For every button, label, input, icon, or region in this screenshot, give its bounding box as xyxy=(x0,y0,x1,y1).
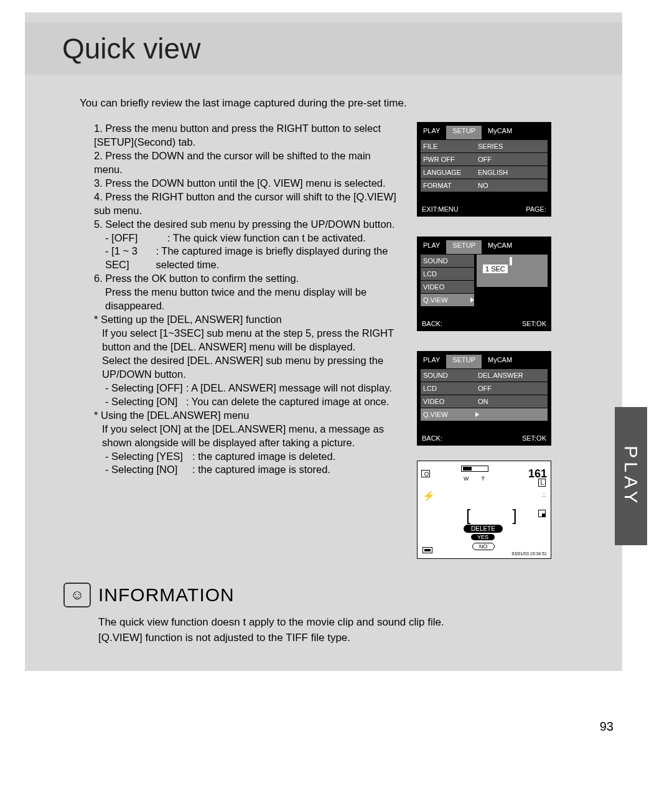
lcd-set-label: SET:OK xyxy=(522,320,546,327)
section-tab-play: PLAY xyxy=(615,407,647,545)
step-4: 4. Press the RIGHT button and the cursor… xyxy=(94,190,399,218)
menu-delanswer: DEL.ANSWER xyxy=(473,372,523,379)
lcd-back-label: BACK: xyxy=(422,320,442,327)
step-5: 5. Select the desired sub menu by pressi… xyxy=(94,218,399,232)
menu-video: VIDEO xyxy=(421,283,473,291)
camera-icon xyxy=(421,470,430,477)
qview-value: 1 SEC xyxy=(483,265,508,273)
lcd-page-label: PAGE: xyxy=(526,205,546,213)
step-5-sec-desc: : The captured image is briefly displaye… xyxy=(156,245,399,272)
step-6: 6. Press the OK button to confirm the se… xyxy=(94,272,399,286)
menu-format: FORMAT xyxy=(421,182,473,189)
note-on-label: - Selecting [ON] xyxy=(105,395,186,409)
step-2: 2. Press the DOWN and the cursor will be… xyxy=(94,149,399,177)
information-section: ☺ INFORMATION The quick view function do… xyxy=(63,583,574,645)
tab-mycam: MyCAM xyxy=(482,240,518,254)
menu-file-value: SERIES xyxy=(473,143,503,150)
menu-delanswer-on: ON xyxy=(473,398,488,405)
tab-mycam: MyCAM xyxy=(482,126,518,139)
flash-icon: ⚡ xyxy=(422,490,435,502)
page-header: Quick view xyxy=(25,22,622,75)
lcd-screenshot-qview: PLAY SETUP MyCAM SOUND LCD VIDEO Q.VIEW … xyxy=(417,237,551,331)
note-using-heading: * Using the [DEL.ANSWER] menu xyxy=(94,409,399,423)
note-no-label: - Selecting [NO] xyxy=(105,463,192,477)
lcd-exit-label: EXIT:MENU xyxy=(422,205,459,213)
note-del-answer-body-2: Select the desired [DEL. ANSWER] sub men… xyxy=(94,354,399,382)
zoom-w-label: W xyxy=(464,476,482,482)
delete-label: DELETE xyxy=(464,525,503,533)
menu-lcd: LCD xyxy=(421,385,473,392)
menu-qview: Q.VIEW xyxy=(421,411,473,418)
menu-qview: Q.VIEW xyxy=(421,296,468,304)
note-del-answer-body-1: If you select [1~3SEC] sub menu at the s… xyxy=(94,327,399,354)
quality-icon: ∴ xyxy=(542,492,546,499)
instruction-list: 1. Press the menu button and press the R… xyxy=(94,122,399,477)
delete-no: NO xyxy=(472,543,495,550)
step-3: 3. Press the DOWN button until the [Q. V… xyxy=(94,177,399,190)
menu-lcd: LCD xyxy=(421,270,473,278)
lcd-back-label: BACK: xyxy=(422,434,442,442)
arrow-right-icon xyxy=(470,298,474,302)
note-no-desc: : the captured image is stored. xyxy=(192,463,330,477)
menu-file: FILE xyxy=(421,143,473,150)
tab-play: PLAY xyxy=(417,355,446,368)
arrow-right-icon xyxy=(475,412,479,417)
menu-pwroff: PWR OFF xyxy=(421,156,473,163)
page-number: 93 xyxy=(600,719,614,734)
note-using-body: If you select [ON] at the [DEL.ANSWER] m… xyxy=(94,423,399,450)
information-icon: ☺ xyxy=(63,583,91,607)
information-heading: INFORMATION xyxy=(98,584,235,606)
step-5-off-desc: : The quick view function can t be activ… xyxy=(167,232,366,245)
battery-icon xyxy=(422,547,432,553)
tab-play: PLAY xyxy=(417,126,446,139)
lcd-screenshot-setup: PLAY SETUP MyCAM FILESERIES PWR OFFOFF L… xyxy=(417,122,551,217)
lcd-set-label: SET:OK xyxy=(522,434,546,442)
tab-setup: SETUP xyxy=(446,240,482,254)
delete-yes: YES xyxy=(471,534,495,540)
page-title: Quick view xyxy=(62,32,200,65)
tab-setup: SETUP xyxy=(446,355,482,368)
menu-delanswer-off: OFF xyxy=(473,385,492,392)
menu-language-value: ENGLISH xyxy=(473,169,508,176)
note-del-answer-heading: * Setting up the [DEL, ANSWER] function xyxy=(94,313,399,327)
note-yes-label: - Selecting [YES] xyxy=(105,450,192,464)
step-6-note: Press the menu button twice and the menu… xyxy=(94,286,399,313)
menu-format-value: NO xyxy=(473,182,488,189)
tab-mycam: MyCAM xyxy=(482,355,518,368)
tab-setup: SETUP xyxy=(446,126,482,139)
intro-text: You can briefly review the last image ca… xyxy=(80,97,407,110)
step-1: 1. Press the menu button and press the R… xyxy=(94,122,399,149)
menu-sound: SOUND xyxy=(421,372,473,379)
note-off-label: - Selecting [OFF] xyxy=(105,382,186,395)
note-yes-desc: : the captured image is deleted. xyxy=(192,450,335,464)
note-on-desc: : You can delete the captured image at o… xyxy=(186,395,390,409)
menu-pwroff-value: OFF xyxy=(473,156,492,163)
information-bullet-1: The quick view function doesn t apply to… xyxy=(98,615,574,630)
menu-language: LANGUAGE xyxy=(421,169,473,176)
size-l-icon: L xyxy=(538,479,546,487)
step-5-off-label: - [OFF] xyxy=(105,232,167,245)
zoom-bar-icon xyxy=(461,466,488,472)
focus-brackets-icon: [ ] xyxy=(466,506,536,525)
menu-sound: SOUND xyxy=(421,257,473,265)
note-off-desc: : A [DEL. ANSWER] message will not displ… xyxy=(186,382,392,395)
step-5-sec-label: - [1 ~ 3 SEC] xyxy=(105,245,156,272)
lcd-screenshot-delanswer: PLAY SETUP MyCAM SOUNDDEL.ANSWER LCDOFF … xyxy=(417,351,551,446)
menu-video: VIDEO xyxy=(421,398,473,405)
camera-preview-screenshot: WT 161 L ⚡ ∴ [ ] DELETE YES NO 03/01/03 … xyxy=(417,461,551,559)
datetime-stamp: 03/01/03 10:34:51 xyxy=(512,551,547,556)
tab-play: PLAY xyxy=(417,240,446,254)
zoom-t-label: T xyxy=(481,476,497,482)
information-bullet-2: [Q.VIEW] function is not adjusted to the… xyxy=(98,630,574,646)
spot-metering-icon xyxy=(538,510,546,517)
